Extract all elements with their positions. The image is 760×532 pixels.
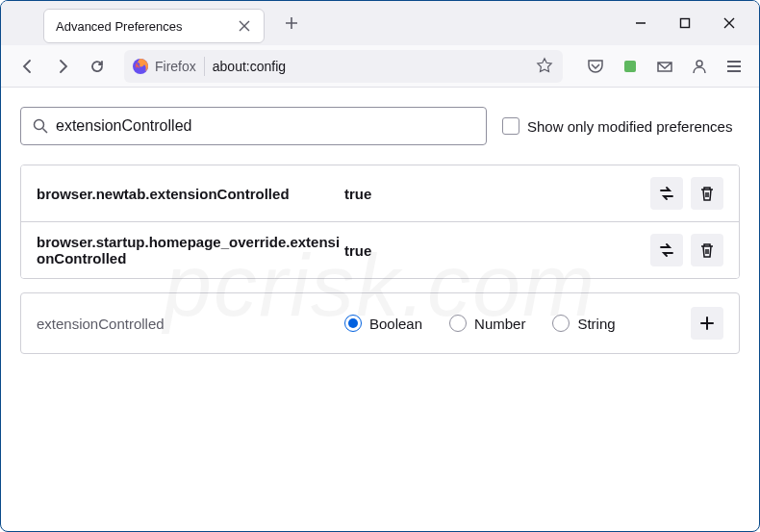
- tab-title: Advanced Preferences: [56, 19, 237, 34]
- toggle-button[interactable]: [650, 234, 683, 266]
- checkbox-label: Show only modified preferences: [527, 118, 732, 135]
- pref-actions: [650, 234, 723, 266]
- url-path: about:config: [213, 59, 536, 74]
- radio-label: Boolean: [369, 316, 422, 332]
- prefs-table: browser.newtab.extensionControlled true …: [20, 165, 740, 279]
- mail-icon[interactable]: [651, 53, 678, 80]
- delete-button[interactable]: [691, 177, 723, 210]
- radio-string[interactable]: String: [552, 315, 615, 332]
- radio-icon: [552, 315, 570, 332]
- search-input[interactable]: extensionControlled: [20, 107, 487, 145]
- extension-icon[interactable]: [617, 53, 644, 80]
- radio-number[interactable]: Number: [449, 315, 525, 332]
- account-icon[interactable]: [686, 53, 713, 80]
- svg-rect-0: [681, 19, 690, 28]
- new-tab-button[interactable]: [276, 8, 307, 38]
- titlebar: Advanced Preferences: [1, 1, 759, 45]
- add-button[interactable]: [691, 307, 723, 340]
- search-row: extensionControlled Show only modified p…: [20, 107, 740, 145]
- checkbox-icon: [502, 117, 519, 135]
- search-icon: [33, 118, 48, 134]
- pocket-icon[interactable]: [582, 53, 609, 80]
- new-pref-name: extensionControlled: [37, 316, 344, 332]
- search-value: extensionControlled: [56, 117, 191, 135]
- type-radio-group: Boolean Number String: [344, 315, 691, 332]
- pref-actions: [650, 177, 723, 210]
- back-button[interactable]: [13, 51, 43, 82]
- url-prefix: Firefox: [155, 59, 204, 74]
- radio-label: String: [577, 316, 615, 332]
- toolbar-icons: [582, 53, 747, 80]
- bookmark-icon[interactable]: [536, 57, 555, 76]
- modified-only-toggle[interactable]: Show only modified preferences: [502, 117, 732, 135]
- pref-name: browser.startup.homepage_override.extens…: [37, 234, 344, 266]
- close-window-button[interactable]: [707, 5, 751, 41]
- toggle-button[interactable]: [650, 177, 683, 210]
- svg-point-3: [697, 61, 702, 66]
- minimize-button[interactable]: [619, 5, 663, 41]
- url-bar[interactable]: Firefox about:config: [124, 50, 563, 83]
- add-pref-row: extensionControlled Boolean Number Strin…: [21, 293, 739, 353]
- pref-row: browser.startup.homepage_override.extens…: [21, 222, 739, 278]
- pref-value: true: [344, 186, 650, 202]
- radio-icon: [449, 315, 467, 332]
- browser-tab[interactable]: Advanced Preferences: [43, 9, 265, 43]
- toolbar: Firefox about:config: [1, 45, 759, 88]
- new-pref-table: extensionControlled Boolean Number Strin…: [20, 292, 740, 354]
- content: extensionControlled Show only modified p…: [1, 88, 759, 373]
- radio-label: Number: [474, 316, 525, 332]
- svg-point-4: [35, 120, 44, 130]
- close-icon[interactable]: [237, 18, 252, 34]
- menu-icon[interactable]: [721, 53, 747, 80]
- forward-button[interactable]: [47, 51, 78, 82]
- maximize-button[interactable]: [663, 5, 707, 41]
- window-controls: [619, 5, 751, 41]
- url-divider: [204, 57, 205, 76]
- pref-row: browser.newtab.extensionControlled true: [21, 165, 739, 222]
- delete-button[interactable]: [691, 234, 723, 266]
- radio-boolean[interactable]: Boolean: [344, 315, 422, 332]
- pref-name: browser.newtab.extensionControlled: [37, 186, 344, 202]
- svg-rect-2: [624, 61, 636, 72]
- pref-value: true: [344, 242, 650, 259]
- reload-button[interactable]: [82, 51, 113, 82]
- radio-icon: [344, 315, 362, 332]
- firefox-icon: [132, 58, 149, 75]
- add-actions: [691, 307, 723, 340]
